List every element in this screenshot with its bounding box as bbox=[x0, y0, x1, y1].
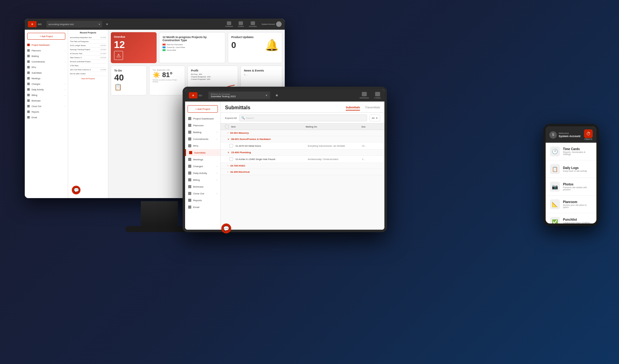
tablet-nav-dashboard[interactable]: Dashboard bbox=[360, 92, 369, 99]
tablet-sidebar-changes[interactable]: Changes › bbox=[185, 163, 220, 170]
mobile-welcome-label: Welcome bbox=[559, 132, 580, 135]
tablet-sidebar-project-dashboard[interactable]: Project Dashboard bbox=[185, 115, 220, 122]
row-item-name-2: 01-Kohler K-13460 Single Hole Faucet bbox=[236, 158, 308, 161]
email-icon bbox=[188, 206, 191, 209]
sidebar-item-reports[interactable]: Reports bbox=[25, 109, 68, 115]
sidebar-item-daily-activity[interactable]: Daily Activity › bbox=[25, 87, 68, 92]
sidebar-item-billing[interactable]: Billing › bbox=[25, 92, 68, 98]
sidebar-item-changes[interactable]: Changes › bbox=[25, 81, 68, 87]
tab-submittals[interactable]: Submittals bbox=[346, 106, 360, 110]
col-item-header: Item bbox=[231, 126, 306, 128]
tablet-sidebar-bidding[interactable]: Bidding › bbox=[185, 129, 220, 136]
tablet-sidebar-meetings[interactable]: Meetings bbox=[185, 156, 220, 163]
sidebar-item-project-dashboard[interactable]: Project Dashboard bbox=[25, 42, 68, 48]
mobile-app: S Welcome System Account ⏱ Clock In 🕐 bbox=[546, 126, 596, 223]
tablet-sidebar-close-out[interactable]: Close Out › bbox=[185, 190, 220, 197]
mobile-menu-punchlist[interactable]: ✅ Punchlist Catalog and share condition … bbox=[546, 213, 596, 226]
daily-activity-icon bbox=[188, 171, 191, 175]
tablet-sidebar-rfis[interactable]: RFIs bbox=[185, 142, 220, 149]
mobile-menu-daily-logs[interactable]: 📋 Daily Logs Keep track of site activity bbox=[546, 160, 596, 178]
sidebar-item-briefcase[interactable]: Briefcase bbox=[25, 98, 68, 103]
planroom-icon bbox=[188, 124, 191, 127]
nav-accounting-label: Accounting bbox=[249, 25, 257, 27]
desktop-account[interactable]: System Account bbox=[262, 21, 282, 27]
tablet-sidebar-daily-activity[interactable]: Daily Activity › bbox=[185, 170, 220, 176]
meetings-icon bbox=[188, 158, 191, 161]
chevron-icon: › bbox=[217, 179, 217, 181]
sidebar-item-meetings[interactable]: Meetings bbox=[25, 76, 68, 81]
redteam-logo-icon: R bbox=[28, 21, 37, 27]
filter-label: All bbox=[372, 117, 374, 119]
tablet-nav-contact[interactable]: Contact bbox=[374, 92, 381, 99]
tablet-sidebar-commitments[interactable]: Commitments › bbox=[185, 136, 220, 142]
submittals-icon bbox=[189, 151, 192, 154]
tablet-body: + Add Project Project Dashboard Planroom… bbox=[185, 102, 384, 230]
sidebar-item-rfis[interactable]: RFIs bbox=[25, 64, 68, 70]
desktop-sidebar: + Add Project Project Dashboard Planroom… bbox=[25, 30, 68, 198]
row-checkbox[interactable] bbox=[229, 157, 233, 161]
search-icon: 🔍 bbox=[241, 116, 245, 119]
mobile-clock-in[interactable]: ⏱ Clock In bbox=[584, 129, 593, 140]
tablet-nav: Dashboard Contact bbox=[360, 92, 381, 99]
chevron-icon: › bbox=[217, 193, 217, 195]
desktop-topbar: R GO accounting integration test ▼ ★ Das… bbox=[25, 19, 285, 30]
tab-transmittals[interactable]: Transmittals bbox=[365, 106, 380, 110]
email-icon bbox=[27, 116, 30, 119]
view-all-projects-link[interactable]: View All Projects bbox=[70, 78, 106, 80]
contact-icon bbox=[375, 92, 380, 96]
desktop-project-selector[interactable]: accounting integration test ▼ bbox=[46, 21, 102, 28]
chevron-down-icon: ▼ bbox=[376, 117, 378, 119]
punchlist-title: Punchlist bbox=[563, 218, 592, 221]
nav-dashboard[interactable]: Dashboard bbox=[225, 21, 233, 27]
daily-logs-icon: 📋 bbox=[550, 164, 560, 174]
tablet-sidebar-briefcase[interactable]: Briefcase bbox=[185, 183, 220, 190]
planroom-mobile-icon: 📐 bbox=[550, 199, 560, 209]
expand-all-button[interactable]: Expand All bbox=[225, 117, 237, 119]
sidebar-item-planroom[interactable]: Planroom › bbox=[25, 48, 68, 53]
rp-item-8: 1700 Alias bbox=[70, 64, 106, 68]
group-plumbing-label: 15-400 Plumbing bbox=[231, 151, 251, 154]
add-project-button[interactable]: + Add Project bbox=[27, 33, 65, 40]
tablet-sidebar-billing[interactable]: Billing › bbox=[185, 176, 220, 183]
group-chevron-icon[interactable]: › bbox=[227, 171, 228, 173]
sidebar-item-submittals[interactable]: Submittals bbox=[25, 70, 68, 76]
mobile-menu-time-cards[interactable]: 🕐 Time Cards Reports, Geolocation & Sett… bbox=[546, 143, 596, 160]
rp-item-4: Synergy Training Project 19-060 bbox=[70, 48, 106, 52]
briefcase-icon bbox=[188, 185, 191, 188]
nav-contacts[interactable]: Contacts bbox=[238, 21, 244, 27]
sidebar-item-bidding[interactable]: Bidding bbox=[25, 53, 68, 59]
chat-button[interactable]: 💬 bbox=[72, 186, 80, 194]
star-icon: ★ bbox=[106, 23, 108, 26]
tablet-add-project-button[interactable]: + Add Project bbox=[188, 105, 218, 113]
header-checkbox[interactable] bbox=[225, 125, 229, 128]
sidebar-item-email[interactable]: Email bbox=[25, 115, 68, 120]
search-bar[interactable]: 🔍 Search bbox=[239, 115, 367, 121]
chevron-icon: › bbox=[65, 89, 65, 90]
group-chevron-icon[interactable]: ∨ bbox=[227, 138, 229, 141]
tablet-sidebar-reports[interactable]: Reports bbox=[185, 197, 220, 204]
chevron-icon: › bbox=[217, 138, 217, 140]
group-doors: ∨ 08-001 Doors/Frames & Hardware bbox=[221, 136, 384, 142]
tablet-project-selector[interactable]: BidTeam Go Concierge Submittal Testing 2… bbox=[208, 92, 270, 99]
product-updates-content: 0 🔔 bbox=[231, 39, 279, 52]
bar-label-3: Service Work bbox=[167, 49, 176, 51]
tablet-sidebar-planroom[interactable]: Planroom bbox=[185, 122, 220, 129]
row-checkbox[interactable] bbox=[229, 144, 233, 148]
overdue-label: Overdue bbox=[114, 35, 154, 38]
group-chevron-icon[interactable]: ∨ bbox=[227, 151, 229, 154]
inprogress-card: 12 Month In-progress Projects by Constru… bbox=[159, 32, 225, 63]
sidebar-item-close-out[interactable]: Close Out › bbox=[25, 103, 68, 109]
group-chevron-icon[interactable]: › bbox=[227, 164, 228, 167]
tablet-sidebar-submittals[interactable]: Submittals bbox=[185, 149, 220, 156]
sidebar-item-commitments[interactable]: Commitments › bbox=[25, 59, 68, 64]
clock-icon: ⏱ bbox=[584, 129, 593, 138]
mobile-menu-planroom[interactable]: 📐 Planroom Access your site plans & spec… bbox=[546, 196, 596, 213]
photos-desc: Preserve site details with pictures bbox=[563, 186, 592, 191]
mobile-menu-photos[interactable]: 📷 Photos Preserve site details with pict… bbox=[546, 178, 596, 196]
filter-dropdown[interactable]: All ▼ bbox=[370, 115, 380, 121]
nav-accounting[interactable]: Accounting bbox=[249, 21, 257, 27]
profit-bid-day: Bid Day: 16% bbox=[191, 73, 235, 75]
news-events-title: News & Events bbox=[244, 69, 279, 72]
tablet-sidebar-email[interactable]: Email bbox=[185, 204, 220, 210]
group-chevron-icon[interactable]: › bbox=[227, 132, 228, 134]
